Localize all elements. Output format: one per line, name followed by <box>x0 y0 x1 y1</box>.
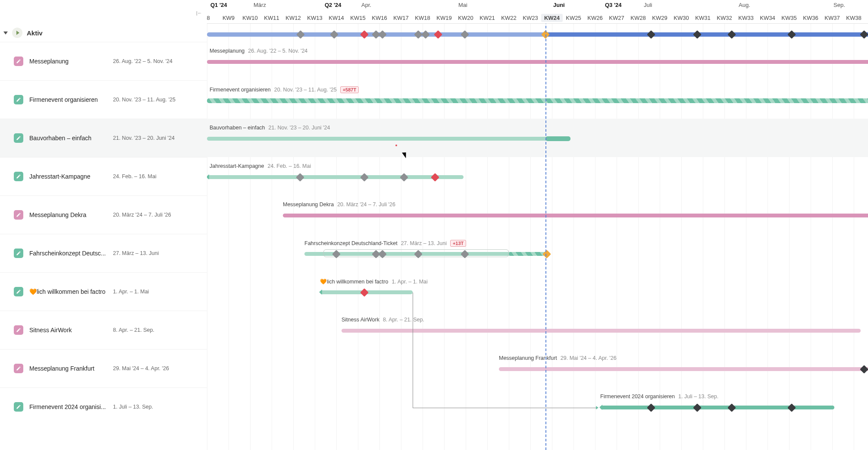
week-label[interactable]: KW27 <box>606 15 627 21</box>
week-label[interactable]: KW23 <box>520 15 541 21</box>
gantt-row[interactable]: 🧡lich willkommen bei factro1. Apr. – 1. … <box>207 272 868 311</box>
week-label[interactable]: KW13 <box>304 15 326 21</box>
task-row[interactable]: Firmenevent 2024 organisi...1. Juli – 13… <box>0 387 207 426</box>
week-label[interactable]: KW21 <box>476 15 498 21</box>
milestone-diamond[interactable] <box>296 30 305 39</box>
task-row[interactable]: Jahresstart-Kampagne24. Feb. – 16. Mai <box>0 157 207 195</box>
week-label[interactable]: KW14 <box>326 15 347 21</box>
milestone-diamond[interactable] <box>647 403 655 412</box>
edit-icon[interactable] <box>14 287 23 296</box>
milestone-diamond[interactable] <box>431 173 439 182</box>
gantt-bar[interactable] <box>207 98 868 103</box>
week-label[interactable]: KW36 <box>800 15 821 21</box>
gantt-bar[interactable] <box>207 137 570 141</box>
milestone-diamond[interactable] <box>400 173 408 182</box>
gantt-bar[interactable] <box>283 214 868 217</box>
week-label[interactable]: KV <box>865 15 868 21</box>
week-label[interactable]: KW30 <box>671 15 692 21</box>
edit-icon[interactable] <box>14 325 23 335</box>
gantt-pane[interactable]: Messeplanung26. Aug. '22 – 5. Nov. '24Fi… <box>207 24 868 450</box>
week-label[interactable]: KW17 <box>390 15 412 21</box>
task-row[interactable]: Messeplanung Dekra20. März '24 – 7. Juli… <box>0 195 207 234</box>
gantt-row[interactable]: Sitness AirWork8. Apr. – 21. Sep. <box>207 311 868 349</box>
week-label[interactable]: KW15 <box>347 15 369 21</box>
gantt-row[interactable]: Messeplanung26. Aug. '22 – 5. Nov. '24 <box>207 42 868 80</box>
task-row[interactable]: Sitness AirWork8. Apr. – 21. Sep. <box>0 311 207 349</box>
milestone-diamond[interactable] <box>787 30 796 39</box>
milestone-diamond[interactable] <box>360 30 369 39</box>
gantt-row[interactable]: Jahresstart-Kampagne24. Feb. – 16. Mai <box>207 157 868 195</box>
milestone-diamond[interactable] <box>693 403 702 412</box>
task-row[interactable]: Firmenevent organisieren20. Nov. '23 – 1… <box>0 80 207 119</box>
task-row[interactable]: Messeplanung Frankfurt29. Mai '24 – 4. A… <box>0 349 207 387</box>
week-label[interactable]: KW10 <box>239 15 261 21</box>
milestone-diamond[interactable] <box>860 30 868 39</box>
edit-icon[interactable] <box>14 364 23 373</box>
week-label[interactable]: KW9 <box>218 15 239 21</box>
milestone-diamond[interactable] <box>647 30 655 39</box>
week-label[interactable]: KW34 <box>757 15 778 21</box>
collapse-left-icon[interactable]: |← <box>196 10 202 16</box>
edit-icon[interactable] <box>14 133 23 143</box>
milestone-diamond[interactable] <box>330 30 338 39</box>
task-dates: 20. Nov. '23 – 11. Aug. '25 <box>113 97 175 103</box>
edit-icon[interactable] <box>14 210 23 220</box>
week-label[interactable]: KW16 <box>369 15 390 21</box>
week-label[interactable]: KW22 <box>498 15 520 21</box>
task-row[interactable]: 🧡lich willkommen bei factro1. Apr. – 1. … <box>0 272 207 311</box>
edit-icon[interactable] <box>14 172 23 181</box>
week-label[interactable]: KW37 <box>821 15 843 21</box>
milestone-diamond[interactable] <box>296 173 304 182</box>
gantt-row[interactable]: Fahrscheinkonzept Deutschland-Ticket27. … <box>207 234 868 272</box>
week-label-current[interactable]: KW24 <box>541 14 563 22</box>
week-label[interactable]: KW29 <box>649 15 671 21</box>
edit-icon[interactable] <box>14 402 23 412</box>
gantt-bar[interactable] <box>600 406 834 409</box>
milestone-diamond[interactable] <box>421 30 430 39</box>
gantt-row[interactable]: Firmenevent organisieren20. Nov. '23 – 1… <box>207 80 868 119</box>
gantt-bar[interactable] <box>207 175 464 179</box>
gantt-bar[interactable] <box>499 367 868 371</box>
milestone-diamond[interactable] <box>787 403 796 412</box>
week-label[interactable]: KW26 <box>584 15 606 21</box>
milestone-diamond[interactable] <box>461 30 469 39</box>
play-icon[interactable] <box>12 28 22 38</box>
week-label[interactable]: KW12 <box>282 15 304 21</box>
week-label[interactable]: 8 <box>204 15 213 21</box>
week-label[interactable]: KW32 <box>714 15 735 21</box>
milestone-diamond[interactable] <box>360 173 369 182</box>
milestone-diamond[interactable] <box>360 288 369 297</box>
week-label[interactable]: KW38 <box>843 15 865 21</box>
gantt-row[interactable]: Firmenevent 2024 organisieren1. Juli – 1… <box>207 387 868 426</box>
week-label[interactable]: KW25 <box>563 15 584 21</box>
milestone-diamond[interactable] <box>860 365 868 374</box>
gantt-row[interactable]: Messeplanung Dekra20. März '24 – 7. Juli… <box>207 195 868 234</box>
milestone-diamond[interactable] <box>727 403 736 412</box>
group-header[interactable]: Aktiv <box>0 24 207 42</box>
milestone-diamond[interactable] <box>727 30 736 39</box>
gantt-row[interactable]: Bauvorhaben – einfach21. Nov. '23 – 20. … <box>207 119 868 157</box>
task-name: Sitness AirWork <box>29 327 107 334</box>
task-row[interactable]: Messeplanung26. Aug. '22 – 5. Nov. '24 <box>0 42 207 80</box>
week-label[interactable]: KW11 <box>261 15 282 21</box>
milestone-diamond[interactable] <box>434 30 442 39</box>
chevron-down-icon[interactable] <box>3 31 8 35</box>
week-label[interactable]: KW20 <box>455 15 476 21</box>
milestone-diamond[interactable] <box>542 250 551 258</box>
task-row[interactable]: Bauvorhaben – einfach21. Nov. '23 – 20. … <box>0 119 207 157</box>
gantt-bar[interactable] <box>342 329 861 333</box>
edit-icon[interactable] <box>14 249 23 258</box>
edit-icon[interactable] <box>14 95 23 104</box>
milestone-diamond[interactable] <box>378 30 387 39</box>
week-label[interactable]: KW19 <box>433 15 455 21</box>
gantt-bar[interactable] <box>207 60 868 64</box>
week-label[interactable]: KW31 <box>692 15 714 21</box>
week-label[interactable]: KW28 <box>627 15 649 21</box>
week-label[interactable]: KW33 <box>735 15 757 21</box>
edit-icon[interactable] <box>14 57 23 66</box>
week-label[interactable]: KW35 <box>778 15 800 21</box>
gantt-row[interactable]: Messeplanung Frankfurt29. Mai '24 – 4. A… <box>207 349 868 387</box>
week-label[interactable]: KW18 <box>412 15 433 21</box>
milestone-diamond[interactable] <box>693 30 702 39</box>
task-row[interactable]: Fahrscheinkonzept Deutsc...27. März – 13… <box>0 234 207 272</box>
